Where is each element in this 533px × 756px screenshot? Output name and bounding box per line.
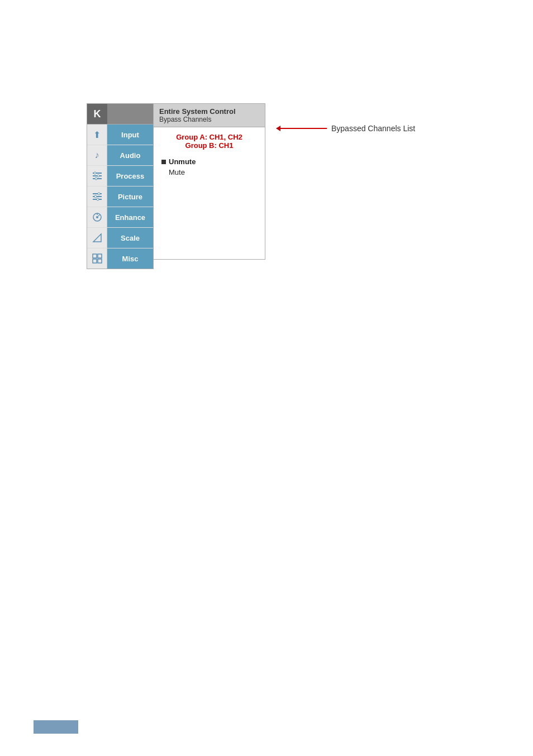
process-button[interactable]: Process [107,166,153,186]
mute-label[interactable]: Mute [169,168,257,176]
svg-rect-7 [93,196,102,197]
annotation-text: Bypassed Channels List [331,124,415,133]
svg-rect-21 [98,259,102,263]
input-icon: ⬆ [87,125,107,145]
input-button[interactable]: Input [107,125,153,145]
panel-title: Entire System Control [159,107,259,116]
svg-rect-18 [93,254,97,258]
panel-subtitle: Bypass Channels [159,116,259,123]
svg-point-3 [94,172,96,174]
unmute-label[interactable]: Unmute [169,157,196,166]
header-icon-symbol: K [94,108,101,120]
svg-point-15 [96,216,98,218]
annotation: Bypassed Channels List [277,124,415,133]
enhance-button[interactable]: Enhance [107,207,153,227]
svg-rect-6 [93,193,102,194]
menu-row-audio: ♪ Audio [87,145,153,166]
main-container: K ⬆ Input ♪ Audio [87,103,265,269]
group-b-label: Group B: CH1 [161,141,257,150]
group-a-label: Group A: CH1, CH2 [161,133,257,141]
scale-icon [87,228,107,248]
header-icon: K [87,104,107,124]
left-panel: K ⬆ Input ♪ Audio [87,103,154,269]
scale-button[interactable]: Scale [107,228,153,248]
process-icon [87,166,107,186]
misc-button[interactable]: Misc [107,248,153,269]
unmute-indicator [161,160,166,164]
menu-row-enhance: Enhance [87,207,153,228]
enhance-icon [87,207,107,227]
svg-line-17 [93,234,101,242]
annotation-arrow [277,128,327,129]
menu-row-picture: Picture [87,186,153,207]
picture-button[interactable]: Picture [107,186,153,207]
menu-row-misc: Misc [87,248,153,269]
svg-rect-19 [98,254,102,258]
right-content: Group A: CH1, CH2 Group B: CH1 Unmute Mu… [154,127,265,182]
bottom-bar [34,720,78,734]
audio-icon: ♪ [87,145,107,165]
right-panel: Entire System Control Bypass Channels Gr… [154,103,265,260]
right-header: Entire System Control Bypass Channels [154,104,265,127]
menu-row-input: ⬆ Input [87,125,153,145]
svg-line-14 [98,215,99,216]
audio-button[interactable]: Audio [107,145,153,165]
svg-point-10 [94,195,97,198]
svg-rect-20 [93,259,97,263]
svg-point-4 [97,175,99,177]
menu-row-scale: Scale [87,228,153,248]
picture-icon [87,186,107,207]
header-row: K [87,104,153,125]
svg-point-9 [98,193,100,195]
unmute-row: Unmute [161,157,257,166]
menu-row-process: Process [87,166,153,186]
svg-point-11 [97,198,99,200]
svg-point-5 [95,178,97,180]
bypass-channels: Group A: CH1, CH2 Group B: CH1 [161,133,257,150]
misc-icon [87,248,107,269]
